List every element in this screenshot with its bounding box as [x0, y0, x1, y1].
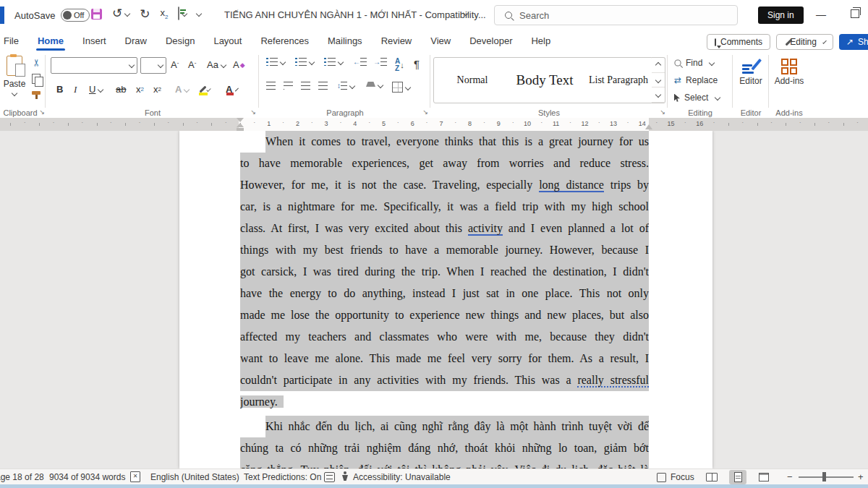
- text-line[interactable]: got carsick, I was tired during the trip…: [240, 261, 649, 283]
- tab-mailings[interactable]: Mailings: [318, 32, 372, 51]
- accessibility-status[interactable]: Accessibility: Unavailable: [353, 472, 451, 482]
- align-right-button[interactable]: [301, 82, 310, 90]
- editor-button[interactable]: Editor: [733, 59, 768, 86]
- tab-design[interactable]: Design: [156, 32, 204, 51]
- text-line[interactable]: couldn't participate in any activities w…: [240, 369, 649, 391]
- undo-button[interactable]: ↺: [112, 7, 129, 20]
- font-name-combo[interactable]: [51, 57, 137, 74]
- style-normal[interactable]: Normal: [440, 58, 505, 103]
- text-line[interactable]: chúng ta có những trải nghiệm đáng nhớ, …: [240, 437, 649, 459]
- tab-insert[interactable]: Insert: [73, 32, 116, 51]
- zoom-slider-thumb[interactable]: [822, 472, 826, 481]
- document-title[interactable]: TIẾNG ANH CHUYÊN NGÀNH 1 - MỚI NHẤT - Co…: [224, 9, 486, 20]
- bullets-button[interactable]: [266, 58, 285, 66]
- line-spacing-button[interactable]: ↕: [337, 82, 354, 90]
- qat-overflow-icon[interactable]: [197, 7, 201, 20]
- zoom-slider-track[interactable]: [799, 476, 854, 478]
- styles-scroll-down[interactable]: [652, 73, 665, 88]
- zoom-out-button[interactable]: −: [787, 471, 793, 482]
- tab-home[interactable]: Home: [28, 32, 73, 51]
- superscript-button[interactable]: x2: [153, 82, 161, 97]
- tab-file[interactable]: File: [0, 32, 28, 51]
- text-line[interactable]: affected my teachers and classmates who …: [240, 326, 649, 348]
- web-layout-button[interactable]: [755, 470, 773, 484]
- select-button[interactable]: Select: [674, 93, 720, 103]
- font-color-button[interactable]: A: [226, 82, 236, 97]
- autosave-control[interactable]: AutoSave Off: [14, 9, 90, 22]
- paste-button[interactable]: Paste: [1, 56, 27, 99]
- tab-help[interactable]: Help: [522, 32, 560, 51]
- shading-button[interactable]: [366, 82, 383, 89]
- font-size-combo[interactable]: [140, 57, 166, 74]
- save-icon[interactable]: [91, 9, 102, 20]
- tab-draw[interactable]: Draw: [116, 32, 156, 51]
- proofing-status-icon[interactable]: ✕: [130, 471, 140, 482]
- text-predictions[interactable]: Text Predictions: On: [244, 472, 321, 482]
- styles-dialog-launcher[interactable]: ↘: [660, 108, 665, 116]
- text-line[interactable]: However, for me, it is not the case. Tra…: [240, 174, 649, 196]
- text-predictions-icon[interactable]: [324, 472, 335, 482]
- style-body-text[interactable]: Body Text: [505, 58, 584, 103]
- text-line[interactable]: have the energy to do anything, instead …: [240, 283, 649, 304]
- styles-gallery-more[interactable]: [652, 87, 665, 103]
- search-input[interactable]: Search: [494, 5, 738, 25]
- clear-formatting-button[interactable]: A◆: [233, 57, 245, 72]
- word-logo-icon[interactable]: [0, 7, 4, 24]
- restore-button[interactable]: [851, 9, 859, 18]
- change-case-button[interactable]: Aa: [207, 57, 226, 72]
- tab-developer[interactable]: Developer: [460, 32, 522, 51]
- font-dialog-launcher[interactable]: ↘: [250, 108, 256, 116]
- shrink-font-button[interactable]: Aˇ: [188, 57, 196, 72]
- paragraph-dialog-launcher[interactable]: ↘: [422, 108, 428, 116]
- strikethrough-button[interactable]: ab: [116, 82, 126, 97]
- text-line[interactable]: to have memorable experiences, get away …: [240, 153, 649, 174]
- format-painter-icon[interactable]: [32, 90, 41, 98]
- redo-icon[interactable]: ↻: [140, 8, 150, 20]
- multilevel-list-button[interactable]: [324, 58, 343, 66]
- text-effects-button[interactable]: A: [175, 82, 189, 97]
- style-list-paragraph[interactable]: List Paragraph: [584, 58, 652, 103]
- copy-icon[interactable]: [32, 74, 41, 84]
- borders-button[interactable]: [392, 82, 410, 93]
- tab-view[interactable]: View: [421, 32, 460, 51]
- text-line[interactable]: class. At first, I was very excited abou…: [240, 218, 649, 239]
- align-left-button[interactable]: [266, 82, 276, 90]
- tab-references[interactable]: References: [251, 32, 318, 51]
- decrease-indent-button[interactable]: ←: [353, 58, 367, 66]
- paste-special-button[interactable]: [178, 7, 187, 20]
- replace-button[interactable]: ⇄ Replace: [674, 75, 718, 85]
- addins-button[interactable]: Add-ins: [770, 59, 809, 86]
- text-line[interactable]: căng thẳng. Tuy nhiên, đối với tôi thì k…: [240, 459, 649, 468]
- bold-button[interactable]: B: [56, 82, 63, 97]
- underline-button[interactable]: U: [89, 82, 103, 97]
- find-button[interactable]: Find: [674, 58, 714, 68]
- numbering-button[interactable]: [295, 58, 314, 66]
- increase-indent-button[interactable]: →: [373, 58, 387, 66]
- right-indent-marker[interactable]: [645, 124, 652, 129]
- text-line[interactable]: car, is a nightmare for me. Specifically…: [240, 196, 649, 218]
- autosave-toggle[interactable]: Off: [61, 9, 90, 22]
- focus-button[interactable]: Focus: [657, 472, 694, 482]
- share-button[interactable]: ↗ Share: [839, 34, 868, 50]
- sign-in-button[interactable]: Sign in: [758, 7, 804, 24]
- show-hide-marks-button[interactable]: ¶: [414, 58, 420, 70]
- tab-layout[interactable]: Layout: [204, 32, 251, 51]
- minimize-button[interactable]: —: [816, 9, 826, 20]
- text-line[interactable]: Khi nhắc đến du lịch, ai cũng nghĩ rằng …: [240, 416, 649, 437]
- styles-scroll-up[interactable]: [652, 58, 665, 73]
- horizontal-ruler[interactable]: ·········1·2·3·4·5·6·7·8·9·10·11·12·13·1…: [0, 118, 868, 131]
- text-line[interactable]: made me lose the opportunity to experien…: [240, 304, 649, 326]
- text-line[interactable]: journey.: [240, 391, 649, 413]
- page-indicator[interactable]: Page 18 of 28: [0, 472, 44, 482]
- tab-review[interactable]: Review: [372, 32, 422, 51]
- justify-button[interactable]: [318, 82, 328, 90]
- text-line[interactable]: When it comes to travel, everyone thinks…: [240, 131, 649, 153]
- comments-button[interactable]: Comments: [707, 34, 770, 50]
- text-line[interactable]: want to leave me alone. This made me fee…: [240, 348, 649, 369]
- word-count[interactable]: 9034 of 9034 words: [49, 472, 125, 482]
- highlight-color-button[interactable]: [198, 82, 210, 97]
- text-line[interactable]: things with my best friends to have a me…: [240, 239, 649, 261]
- read-mode-button[interactable]: [703, 470, 720, 484]
- subscript-qat-icon[interactable]: x2: [161, 8, 169, 20]
- sort-button[interactable]: AZ↓: [395, 58, 404, 72]
